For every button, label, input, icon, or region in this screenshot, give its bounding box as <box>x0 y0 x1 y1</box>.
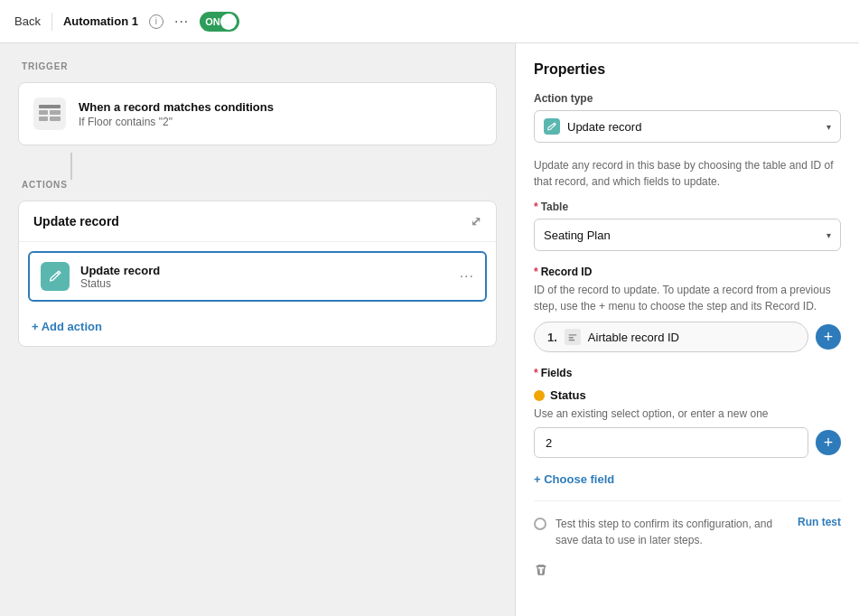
toggle-knob <box>220 14 237 30</box>
record-id-hint: ID of the record to update. To update a … <box>534 282 841 314</box>
svg-rect-7 <box>569 337 574 338</box>
action-item-more-icon[interactable]: ··· <box>460 268 474 285</box>
action-card: Update record ⤢ Update record Status · <box>18 201 497 347</box>
status-field-hint: Use an existing select option, or enter … <box>534 407 841 420</box>
add-action-label: + Add action <box>32 320 102 333</box>
trigger-block: TRIGGER When a record matches conditions <box>18 61 497 145</box>
status-field-row: Status <box>534 388 841 402</box>
svg-rect-1 <box>39 105 61 108</box>
action-description: Update any record in this base by choosi… <box>534 157 841 190</box>
fields-label: *Fields <box>534 367 841 379</box>
status-dot-icon <box>534 390 545 401</box>
header: Back Automation 1 i ··· ON <box>0 0 859 43</box>
pill-number: 1. <box>547 331 557 344</box>
record-id-group: *Record ID ID of the record to update. T… <box>534 266 841 352</box>
choose-field-button[interactable]: + Choose field <box>534 472 841 486</box>
trigger-subtitle: If Floor contains "2" <box>79 116 274 128</box>
connector-line <box>70 153 72 180</box>
test-section: Test this step to confirm its configurat… <box>534 516 841 548</box>
actions-section-label: ACTIONS <box>22 180 497 190</box>
svg-rect-2 <box>39 110 48 115</box>
back-button[interactable]: Back <box>14 14 41 28</box>
main-layout: TRIGGER When a record matches conditions <box>0 43 859 616</box>
status-field-add-button[interactable]: + <box>816 430 841 455</box>
svg-rect-3 <box>50 110 61 115</box>
action-item[interactable]: Update record Status ··· <box>28 251 487 302</box>
left-panel: TRIGGER When a record matches conditions <box>0 43 515 616</box>
test-text: Test this step to confirm its configurat… <box>556 516 785 548</box>
trigger-title: When a record matches conditions <box>79 100 274 114</box>
status-field-label: Status <box>550 388 586 402</box>
table-group: *Table Seating Plan ▾ <box>534 201 841 251</box>
automation-title: Automation 1 <box>63 14 138 28</box>
svg-rect-4 <box>39 117 48 121</box>
divider <box>534 500 841 501</box>
svg-rect-5 <box>50 117 61 121</box>
action-type-label: Action type <box>534 92 841 105</box>
action-item-icon <box>41 262 70 291</box>
record-id-row: 1. Airtable record ID + <box>534 322 841 352</box>
table-value: Seating Plan <box>544 229 611 242</box>
action-card-header: Update record ⤢ <box>19 201 496 242</box>
fields-group: *Fields Status Use an existing select op… <box>534 367 841 458</box>
action-type-select-wrapper: Update record ▾ <box>534 110 841 143</box>
delete-icon[interactable] <box>534 563 841 580</box>
record-id-add-button[interactable]: + <box>816 324 841 350</box>
action-type-select[interactable]: Update record ▾ <box>534 110 841 143</box>
action-type-chevron: ▾ <box>826 122 831 132</box>
more-options-icon[interactable]: ··· <box>174 14 189 30</box>
choose-field-label: + Choose field <box>534 472 614 486</box>
actions-block: ACTIONS Update record ⤢ Update record <box>18 180 497 347</box>
pill-step-icon <box>565 329 581 345</box>
table-select[interactable]: Seating Plan ▾ <box>534 219 841 251</box>
toggle-wrapper: ON <box>200 12 239 32</box>
info-icon[interactable]: i <box>149 14 163 29</box>
svg-rect-6 <box>569 334 577 335</box>
table-required-dot: * <box>534 201 538 213</box>
table-select-wrapper: Seating Plan ▾ <box>534 219 841 251</box>
trigger-icon <box>33 98 66 130</box>
test-status-icon <box>534 518 546 530</box>
header-divider <box>51 13 52 31</box>
action-item-title: Update record <box>80 264 449 277</box>
record-id-required-dot: * <box>534 266 538 278</box>
properties-title: Properties <box>534 61 841 78</box>
toggle-label: ON <box>205 16 220 27</box>
svg-rect-8 <box>569 340 574 341</box>
table-label: *Table <box>534 201 841 213</box>
action-item-subtitle: Status <box>80 277 449 290</box>
automation-toggle[interactable]: ON <box>200 12 239 32</box>
action-type-icon <box>544 118 560 135</box>
expand-icon[interactable]: ⤢ <box>471 214 481 229</box>
action-type-value: Update record <box>567 120 641 134</box>
status-field-value-row: 2 + <box>534 427 841 458</box>
right-panel: Properties Action type Update record ▾ <box>515 43 859 616</box>
trigger-section-label: TRIGGER <box>22 61 497 71</box>
table-chevron: ▾ <box>826 230 831 240</box>
action-item-text: Update record Status <box>80 264 449 290</box>
action-card-title: Update record <box>33 214 119 229</box>
trigger-text: When a record matches conditions If Floo… <box>79 100 274 128</box>
action-type-group: Action type Update record ▾ <box>534 92 841 143</box>
pill-label: Airtable record ID <box>588 331 679 344</box>
status-field-block: Status Use an existing select option, or… <box>534 388 841 458</box>
run-test-button[interactable]: Run test <box>798 516 841 528</box>
fields-required-dot: * <box>534 367 538 379</box>
status-field-value[interactable]: 2 <box>534 427 808 458</box>
add-action-button[interactable]: + Add action <box>19 311 496 346</box>
record-id-pill[interactable]: 1. Airtable record ID <box>534 322 808 352</box>
record-id-label: *Record ID <box>534 266 841 278</box>
trigger-card[interactable]: When a record matches conditions If Floo… <box>18 82 497 145</box>
